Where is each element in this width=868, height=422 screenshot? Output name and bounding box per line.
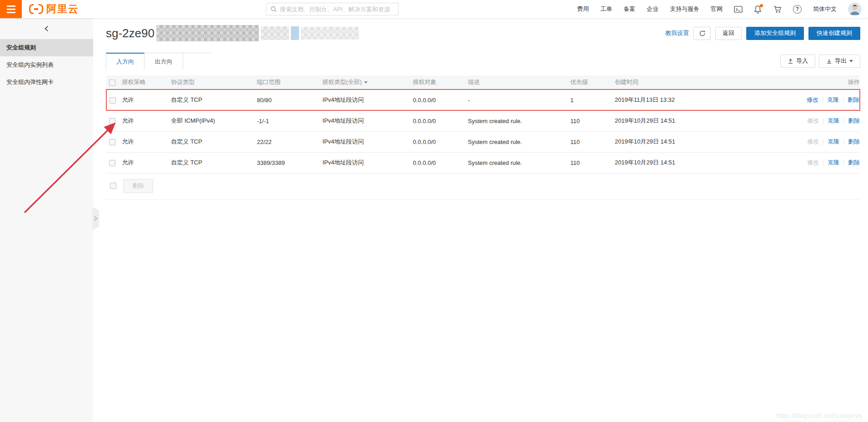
redacted-title-mosaic	[156, 25, 359, 41]
direction-tabs: 入方向出方向	[106, 53, 183, 70]
row-action-delete[interactable]: 删除	[848, 159, 860, 167]
chevron-left-icon	[43, 25, 50, 32]
rules-table-container: 授权策略协议类型端口范围授权类型(全部)授权对象描述优先级创建时间操作 允许自定…	[106, 75, 860, 200]
row-action-modify[interactable]: 修改	[807, 159, 819, 167]
global-search[interactable]	[266, 3, 399, 15]
top-nav: 费用工单备案企业支持与服务官网 ? 简体中文	[577, 2, 868, 16]
select-all-checkbox[interactable]	[109, 79, 115, 86]
footer-select-checkbox[interactable]	[110, 183, 116, 189]
row-action-delete[interactable]: 删除	[848, 117, 860, 125]
row-action-clone[interactable]: 克隆	[827, 96, 839, 104]
row-action-clone[interactable]: 克隆	[828, 159, 839, 167]
filter-caret-icon	[364, 81, 368, 84]
hamburger-menu-button[interactable]	[0, 0, 22, 18]
upload-icon	[788, 58, 793, 64]
col-header-priority: 优先级	[567, 75, 611, 89]
export-button[interactable]: 导出	[819, 55, 860, 68]
sidebar-item-instances-in-group[interactable]: 安全组内实例列表	[0, 56, 93, 74]
quick-create-rule-button[interactable]: 快速创建规则	[808, 27, 860, 40]
col-header-port-range: 端口范围	[253, 75, 319, 89]
top-nav-website[interactable]: 官网	[711, 5, 723, 13]
top-nav-items: 费用工单备案企业支持与服务官网	[577, 5, 723, 13]
row-action-delete[interactable]: 删除	[848, 96, 859, 104]
sidebar-item-security-group-rules[interactable]: 安全组规则	[0, 39, 93, 56]
refresh-button[interactable]	[693, 27, 711, 40]
refresh-icon	[699, 30, 706, 37]
chevron-right-icon	[94, 216, 98, 221]
table-row: 允许全部 ICMP(IPv4)-1/-1IPv4地址段访问0.0.0.0/0Sy…	[106, 110, 860, 131]
row-checkbox[interactable]	[109, 118, 115, 124]
table-footer: 删除	[106, 174, 860, 200]
row-action-modify[interactable]: 修改	[807, 117, 819, 125]
chevron-down-icon	[849, 60, 853, 62]
page-title: sg-2ze90	[106, 25, 359, 41]
row-checkbox[interactable]	[110, 97, 116, 104]
console-terminal-icon[interactable]	[734, 5, 743, 13]
top-nav-icp[interactable]: 备案	[624, 5, 635, 13]
col-header-operations: 操作	[726, 75, 860, 89]
sidebar-item-enis-in-group[interactable]: 安全组内弹性网卡	[0, 74, 93, 91]
sidebar-collapse-handle[interactable]	[92, 207, 99, 230]
col-header-auth-type[interactable]: 授权类型(全部)	[319, 75, 409, 89]
search-input[interactable]	[280, 6, 394, 13]
rules-table-header-row: 授权策略协议类型端口范围授权类型(全部)授权对象描述优先级创建时间操作	[106, 75, 860, 89]
row-action-clone[interactable]: 克隆	[828, 138, 839, 146]
sidebar-items: 安全组规则安全组内实例列表安全组内弹性网卡	[0, 39, 93, 91]
add-security-group-rule-button[interactable]: 添加安全组规则	[746, 27, 804, 40]
back-button[interactable]: 返回	[715, 27, 742, 40]
batch-delete-button[interactable]: 删除	[123, 179, 153, 193]
row-action-modify[interactable]: 修改	[807, 96, 818, 104]
table-row: 允许自定义 TCP22/22IPv4地址段访问0.0.0.0/0System c…	[106, 131, 860, 152]
search-icon	[270, 6, 277, 12]
import-export-actions: 导入 导出	[780, 55, 860, 68]
main-content: sg-2ze90 教我设置 返回 添加安全组规则 快速创建规则 入方向出方向	[93, 18, 868, 422]
col-header-auth-object: 授权对象	[409, 75, 464, 89]
top-nav-billing[interactable]: 费用	[577, 5, 589, 13]
col-header-description: 描述	[464, 75, 567, 89]
avatar[interactable]	[848, 2, 862, 16]
notifications-bell-icon[interactable]	[754, 5, 762, 14]
row-checkbox[interactable]	[109, 139, 115, 145]
title-actions: 教我设置 返回 添加安全组规则 快速创建规则	[665, 27, 860, 40]
download-icon	[826, 58, 832, 64]
security-group-id: sg-2ze90	[106, 26, 155, 40]
import-button[interactable]: 导入	[780, 55, 815, 68]
sidebar: 安全组规则安全组内实例列表安全组内弹性网卡	[0, 18, 93, 422]
row-action-clone[interactable]: 克隆	[828, 117, 839, 125]
teach-me-link[interactable]: 教我设置	[665, 29, 689, 37]
row-action-modify[interactable]: 修改	[807, 138, 819, 146]
table-row: 允许自定义 TCP3389/3389IPv4地址段访问0.0.0.0/0Syst…	[106, 152, 860, 173]
row-action-delete[interactable]: 删除	[848, 138, 860, 146]
top-bar: 阿里云 费用工单备案企业支持与服务官网	[0, 0, 868, 18]
top-nav-tickets[interactable]: 工单	[600, 5, 612, 13]
aliyun-logo-text: 阿里云	[46, 2, 79, 16]
page-header: sg-2ze90 教我设置 返回 添加安全组规则 快速创建规则	[106, 18, 860, 48]
tab-toolbar-row: 入方向出方向 导入 导出	[106, 52, 860, 70]
watermark: https://blog.csdn.net/sunnyzyq	[776, 412, 862, 419]
help-icon[interactable]: ?	[793, 5, 802, 14]
col-header-policy: 授权策略	[119, 75, 168, 89]
sidebar-back-button[interactable]	[0, 18, 93, 39]
col-header-protocol: 协议类型	[167, 75, 253, 89]
notification-dot	[760, 4, 763, 7]
aliyun-logo-icon	[29, 4, 43, 14]
top-nav-enterprise[interactable]: 企业	[647, 5, 658, 13]
top-nav-support[interactable]: 支持与服务	[670, 5, 699, 13]
language-selector[interactable]: 简体中文	[813, 5, 837, 13]
rules-table-body: 允许自定义 TCP80/80IPv4地址段访问0.0.0.0/0-12019年1…	[106, 89, 860, 173]
tab-inbound[interactable]: 入方向	[106, 53, 145, 70]
rules-table: 授权策略协议类型端口范围授权类型(全部)授权对象描述优先级创建时间操作 允许自定…	[106, 75, 860, 174]
row-checkbox[interactable]	[109, 160, 115, 166]
tab-outbound[interactable]: 出方向	[145, 53, 183, 70]
col-header-created: 创建时间	[611, 75, 727, 89]
aliyun-logo[interactable]: 阿里云	[29, 2, 79, 16]
table-row: 允许自定义 TCP80/80IPv4地址段访问0.0.0.0/0-12019年1…	[106, 89, 860, 110]
cart-icon[interactable]	[773, 5, 782, 14]
